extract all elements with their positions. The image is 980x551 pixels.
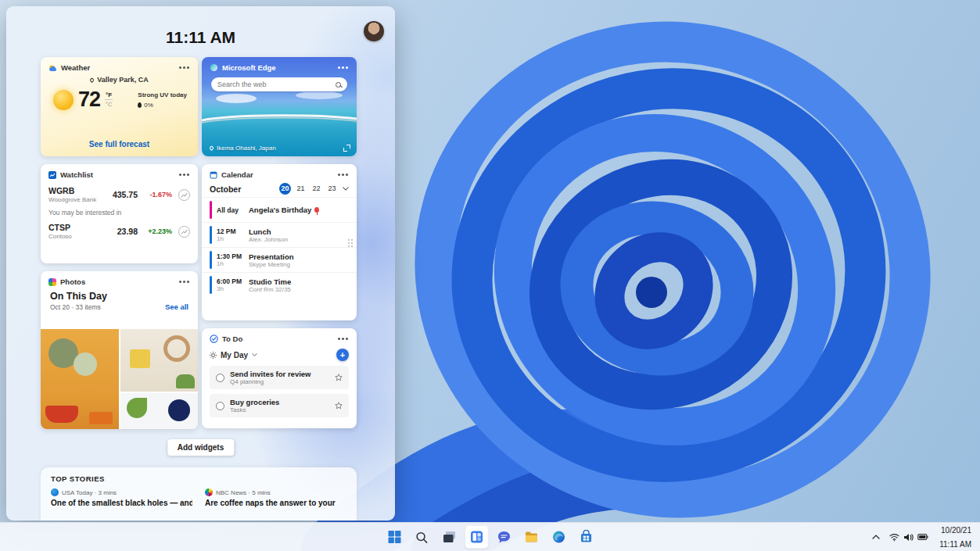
more-options-button[interactable] bbox=[178, 171, 190, 179]
edge-widget[interactable]: Microsoft Edge Ike bbox=[202, 57, 357, 156]
story-headline[interactable]: One of the smallest black holes — and bbox=[51, 499, 192, 507]
top-stories-heading: TOP STORIES bbox=[51, 474, 346, 483]
event-time: 1:30 PM bbox=[217, 252, 244, 260]
search-bar[interactable] bbox=[211, 77, 347, 91]
task-checkbox[interactable] bbox=[216, 374, 224, 382]
see-full-forecast-link[interactable]: See full forecast bbox=[41, 140, 198, 156]
add-widgets-button[interactable]: Add widgets bbox=[167, 439, 234, 456]
task-checkbox[interactable] bbox=[216, 402, 224, 410]
calendar-day[interactable]: 23 bbox=[326, 183, 338, 195]
calendar-month[interactable]: October bbox=[210, 184, 241, 194]
hidden-icons-button[interactable] bbox=[868, 526, 884, 548]
event-title: Angela's Birthday bbox=[249, 206, 311, 214]
story-meta: NBC News · 5 mins bbox=[216, 489, 271, 496]
news-story[interactable]: NBC News · 5 mins Are coffee naps the an… bbox=[205, 488, 346, 507]
weather-title: Weather bbox=[61, 63, 90, 72]
photos-widget[interactable]: Photos On This Day Oct 20 · 33 items See… bbox=[41, 271, 198, 429]
store-icon bbox=[579, 530, 593, 544]
droplet-icon bbox=[138, 102, 142, 108]
more-options-button[interactable] bbox=[178, 278, 190, 286]
task-item[interactable]: Send invites for review Q4 planning bbox=[210, 366, 349, 389]
calendar-day[interactable]: 20 bbox=[279, 183, 291, 195]
photo-caption: Ikema Ohashi, Japan bbox=[217, 145, 276, 152]
search-button[interactable] bbox=[410, 525, 433, 549]
calendar-event[interactable]: All day Angela's Birthday bbox=[202, 197, 357, 222]
calendar-day[interactable]: 22 bbox=[311, 183, 322, 195]
weather-widget[interactable]: Weather Valley Park, CA 72 °F °C bbox=[41, 57, 198, 156]
calendar-title: Calendar bbox=[221, 170, 253, 179]
widgets-panel: 11:11 AM Weather Valley Park, CA bbox=[6, 6, 395, 521]
photo-thumbnail[interactable] bbox=[41, 329, 119, 429]
todo-icon bbox=[210, 335, 218, 343]
stock-change: -1.67% bbox=[138, 191, 172, 199]
photo-thumbnail[interactable] bbox=[120, 393, 198, 429]
stock-symbol: CTSP bbox=[48, 223, 103, 232]
news-story[interactable]: USA Today · 3 mins One of the smallest b… bbox=[51, 488, 192, 507]
star-icon[interactable] bbox=[335, 402, 343, 410]
stock-chart-button[interactable] bbox=[178, 189, 190, 201]
watchlist-icon bbox=[48, 171, 56, 179]
see-all-link[interactable]: See all bbox=[165, 302, 188, 311]
event-color-bar bbox=[210, 226, 212, 244]
photos-heading: On This Day bbox=[50, 291, 107, 302]
edge-browser-button[interactable] bbox=[547, 525, 570, 549]
file-explorer-button[interactable] bbox=[519, 525, 543, 549]
weather-location: Valley Park, CA bbox=[97, 76, 149, 84]
task-item[interactable]: Buy groceries Tasks bbox=[210, 394, 349, 417]
ellipsis-icon bbox=[183, 66, 185, 69]
calendar-widget[interactable]: Calendar October 20 21 22 23 bbox=[202, 164, 357, 320]
my-day-sun-icon bbox=[210, 352, 217, 359]
watchlist-widget[interactable]: Watchlist WGRB Woodgrove Bank 435.75 -1.… bbox=[41, 164, 198, 263]
event-subtitle: Alex. Johnson bbox=[249, 236, 288, 243]
chat-button[interactable] bbox=[492, 525, 515, 549]
calendar-event[interactable]: 1:30 PM 1h Presentation Skype Meeting bbox=[202, 247, 357, 272]
chevron-down-icon[interactable] bbox=[252, 353, 257, 356]
more-options-button[interactable] bbox=[336, 335, 349, 343]
microsoft-store-button[interactable] bbox=[574, 525, 598, 549]
calendar-day[interactable]: 21 bbox=[295, 183, 307, 195]
widgets-button[interactable] bbox=[465, 525, 488, 549]
start-button[interactable] bbox=[382, 525, 406, 549]
widgets-icon bbox=[469, 530, 483, 544]
search-input[interactable] bbox=[217, 81, 336, 88]
photo-collage[interactable] bbox=[41, 329, 198, 429]
unit-celsius[interactable]: °C bbox=[106, 101, 113, 108]
star-icon[interactable] bbox=[335, 374, 343, 381]
taskbar: 10/20/21 11:11 AM bbox=[0, 522, 980, 551]
unit-fahrenheit[interactable]: °F bbox=[106, 91, 112, 98]
user-avatar[interactable] bbox=[364, 21, 384, 41]
desktop: 11:11 AM Weather Valley Park, CA bbox=[0, 0, 980, 551]
list-name[interactable]: My Day bbox=[221, 351, 248, 360]
stock-row[interactable]: CTSP Contoso 23.98 +2.23% bbox=[41, 217, 198, 245]
system-tray-status[interactable] bbox=[885, 526, 932, 548]
tray-date: 10/20/21 bbox=[941, 525, 971, 535]
stock-chart-button[interactable] bbox=[178, 226, 190, 238]
stock-price: 23.98 bbox=[117, 227, 138, 236]
weather-location-row: Valley Park, CA bbox=[41, 76, 198, 84]
calendar-event[interactable]: 6:00 PM 3h Studio Time Conf Rm 32/35 bbox=[202, 272, 357, 297]
more-options-button[interactable] bbox=[336, 171, 349, 179]
widgets-grid: Weather Valley Park, CA 72 °F °C bbox=[41, 57, 357, 429]
calendar-event[interactable]: 12 PM 1h Lunch Alex. Johnson bbox=[202, 222, 357, 247]
event-subtitle: Skype Meeting bbox=[249, 261, 294, 268]
event-time: All day bbox=[217, 206, 244, 214]
event-time: 12 PM bbox=[217, 227, 244, 235]
edge-icon bbox=[551, 530, 565, 544]
stock-name: Contoso bbox=[48, 233, 103, 240]
search-icon bbox=[336, 82, 341, 88]
photo-thumbnail[interactable] bbox=[120, 329, 198, 392]
expand-icon[interactable] bbox=[343, 145, 350, 152]
chevron-down-icon[interactable] bbox=[343, 187, 349, 191]
task-view-button[interactable] bbox=[437, 525, 461, 549]
more-options-button[interactable] bbox=[336, 64, 349, 72]
drag-handle-dots[interactable] bbox=[348, 239, 353, 247]
story-headline[interactable]: Are coffee naps the answer to your bbox=[205, 499, 346, 507]
weather-icon bbox=[48, 64, 57, 72]
unit-divider bbox=[105, 99, 113, 100]
more-options-button[interactable] bbox=[178, 64, 190, 72]
todo-widget[interactable]: To Do My Day Send invites for review Q bbox=[202, 328, 357, 428]
clock-date-button[interactable]: 10/20/21 11:11 AM bbox=[934, 526, 977, 548]
ellipsis-icon bbox=[183, 174, 185, 176]
stock-row[interactable]: WGRB Woodgrove Bank 435.75 -1.67% bbox=[41, 181, 198, 208]
add-task-button[interactable] bbox=[336, 349, 349, 361]
